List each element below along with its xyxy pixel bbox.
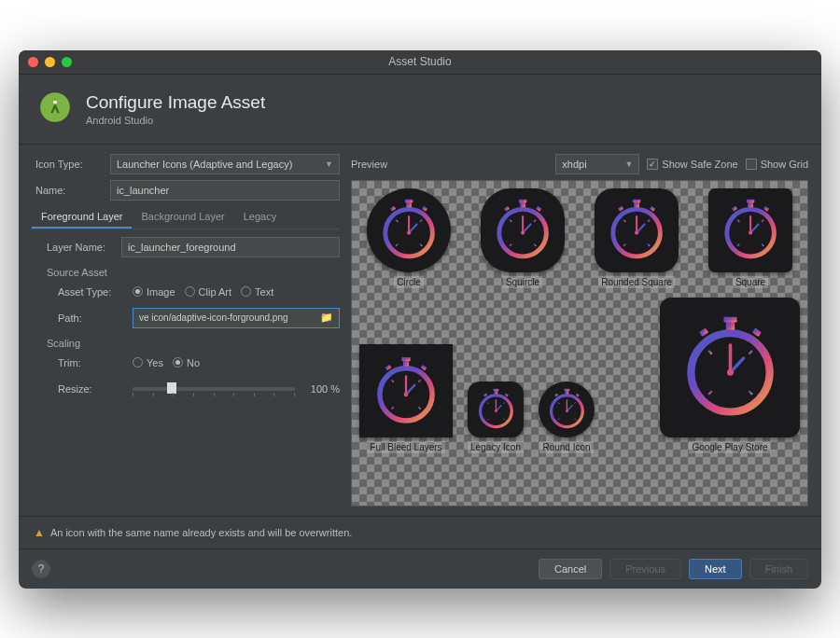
dialog-subtitle: Android Studio [86,115,265,126]
resize-slider[interactable] [133,387,295,391]
preview-squircle: Squircle [481,188,565,288]
help-button[interactable]: ? [32,560,50,578]
warning-bar: ▲ An icon with the same name already exi… [19,516,821,548]
layer-name-input[interactable] [121,237,340,257]
chevron-down-icon: ▼ [325,160,333,169]
path-label: Path: [54,312,133,324]
previous-button[interactable]: Previous [609,559,681,579]
cancel-button[interactable]: Cancel [539,559,602,579]
preview-legacy-icon: Legacy Icon [468,381,524,453]
radio-trim-yes[interactable]: Yes [133,357,163,368]
trim-label: Trim: [54,357,133,368]
name-label: Name: [32,185,110,196]
android-studio-icon [37,90,73,129]
svg-point-17 [53,100,57,104]
tab-foreground-layer[interactable]: Foreground Layer [32,206,132,229]
resize-value: 100 % [302,383,340,395]
finish-button[interactable]: Finish [749,559,808,579]
config-panel: Icon Type: Launcher Icons (Adaptive and … [32,154,340,506]
titlebar: Asset Studio [19,50,821,75]
next-button[interactable]: Next [689,559,742,579]
warning-text: An icon with the same name already exist… [50,527,352,538]
layer-name-label: Layer Name: [43,242,121,253]
preview-round-icon: Round Icon [539,381,595,453]
dialog-window: Asset Studio Configure Image Asset Andro… [19,50,821,589]
icon-type-select[interactable]: Launcher Icons (Adaptive and Legacy) ▼ [110,154,340,174]
path-input[interactable]: ve icon/adaptive-icon-forground.png 📁 [133,308,340,328]
preview-square: Square [708,188,792,288]
tab-background-layer[interactable]: Background Layer [132,206,233,229]
preview-circle: Circle [367,188,451,288]
preview-full-bleed: Full Bleed Layers [359,344,453,453]
dialog-title: Configure Image Asset [86,92,265,113]
name-input[interactable] [110,180,340,201]
layer-tabs: Foreground Layer Background Layer Legacy [32,206,340,229]
preview-label: Preview [351,159,387,170]
radio-trim-no[interactable]: No [173,357,200,368]
density-select[interactable]: xhdpi ▼ [555,154,639,174]
preview-area: Circle Squircle Rounded Square Square [351,180,808,506]
folder-icon[interactable]: 📁 [320,312,333,324]
chevron-down-icon: ▼ [624,160,633,169]
radio-clipart[interactable]: Clip Art [185,286,231,298]
checkbox-show-grid[interactable]: Show Grid [746,159,808,170]
dialog-header: Configure Image Asset Android Studio [19,75,821,145]
preview-rounded-square: Rounded Square [595,188,679,288]
radio-text[interactable]: Text [241,286,273,298]
tab-legacy[interactable]: Legacy [234,206,286,229]
checkbox-safe-zone[interactable]: Show Safe Zone [647,159,737,170]
radio-image[interactable]: Image [133,286,175,298]
warning-icon: ▲ [34,526,45,539]
dialog-footer: ? Cancel Previous Next Finish [19,548,821,589]
asset-type-label: Asset Type: [54,286,133,298]
icon-type-label: Icon Type: [32,159,110,170]
preview-panel: Preview xhdpi ▼ Show Safe Zone Show Grid [351,154,808,506]
scaling-label: Scaling [43,334,340,353]
resize-label: Resize: [54,383,133,395]
window-title: Asset Studio [19,55,821,68]
preview-play-store: Google Play Store [660,298,800,453]
source-asset-label: Source Asset [43,263,340,282]
